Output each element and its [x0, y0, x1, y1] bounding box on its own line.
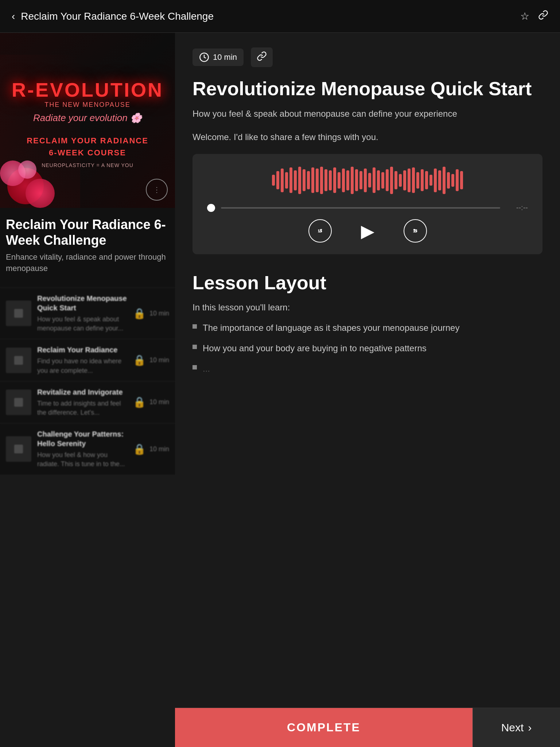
- duration-badge: 10 min: [192, 49, 244, 66]
- lesson-thumb-3: [6, 390, 31, 415]
- bullet-square: [192, 345, 197, 349]
- play-button[interactable]: ▶: [361, 221, 374, 241]
- wave-bar: [333, 167, 336, 193]
- lock-icon-1: 🔒: [133, 307, 146, 320]
- wave-bar: [412, 167, 415, 193]
- wave-bar: [416, 172, 419, 189]
- share-link-icon[interactable]: [538, 10, 548, 23]
- wave-bar: [294, 170, 297, 190]
- audio-player: --:-- ↺ 15 ▶ ↻ 15: [192, 154, 542, 254]
- audio-progress[interactable]: --:--: [207, 204, 528, 212]
- list-item[interactable]: Revolutionize Menopause Quick Start How …: [0, 287, 175, 339]
- bullet-text-3: ...: [203, 362, 210, 375]
- lesson-desc-3: Time to add insights and feel the differ…: [37, 399, 127, 417]
- wave-bar: [276, 171, 279, 189]
- lesson-layout-intro: In this lesson you'll learn:: [192, 302, 542, 313]
- duration-text: 10 min: [213, 53, 237, 62]
- bullet-text-2: How you and your body are buying in to n…: [203, 342, 427, 355]
- wave-bar: [298, 167, 301, 194]
- bullet-item: The importance of language as it shapes …: [192, 321, 542, 334]
- wave-bar: [320, 167, 323, 194]
- badge-icon: ⋮: [146, 179, 168, 201]
- lesson-heading: Revolutionize Menopause Quick Start: [192, 77, 542, 100]
- wave-bar: [381, 172, 384, 189]
- bookmark-icon[interactable]: ☆: [520, 10, 529, 22]
- progress-thumb[interactable]: [207, 204, 215, 212]
- wave-bar: [373, 167, 376, 193]
- bullet-item: How you and your body are buying in to n…: [192, 342, 542, 355]
- wave-bar: [443, 167, 446, 194]
- meta-row: 10 min: [192, 47, 542, 67]
- audio-controls: ↺ 15 ▶ ↻ 15: [207, 219, 528, 243]
- lock-icon-3: 🔒: [133, 396, 146, 408]
- lesson-tagline: How you feel & speak about menopause can…: [192, 107, 542, 120]
- lesson-thumb-1: [6, 301, 31, 326]
- wave-bar: [429, 175, 432, 186]
- image-script: Radiate your evolution 🌸: [12, 112, 163, 124]
- wave-bar: [285, 172, 288, 189]
- lesson-content-1: Revolutionize Menopause Quick Start How …: [31, 294, 133, 333]
- svg-rect-0: [14, 309, 23, 318]
- lesson-desc-4: How you feel & how you radiate. This is …: [37, 450, 127, 469]
- progress-track[interactable]: [221, 207, 500, 209]
- lesson-content-2: Reclaim Your Radiance Find you have no i…: [31, 345, 133, 375]
- action-bar: COMPLETE Next ›: [175, 708, 560, 747]
- forward-button[interactable]: ↻ 15: [404, 219, 427, 243]
- image-course-label: RECLAIM YOUR RADIANCE6-WEEK COURSE: [12, 135, 163, 159]
- lesson-list: Revolutionize Menopause Quick Start How …: [0, 287, 175, 475]
- lesson-welcome: Welcome. I'd like to share a few things …: [192, 132, 542, 142]
- image-brand: R-EVOLUTION: [12, 80, 163, 100]
- wave-bar: [289, 167, 292, 193]
- lesson-content-3: Revitalize and Invigorate Time to add in…: [31, 387, 133, 417]
- right-panel: 10 min Revolutionize Menopause Quick Sta…: [175, 33, 560, 475]
- course-info: Reclaim Your Radiance 6-Week Challenge E…: [0, 208, 175, 283]
- course-subtitle: Enhance vitality, radiance and power thr…: [6, 252, 169, 274]
- bullet-square: [192, 365, 197, 369]
- forward-seconds: 15: [413, 229, 417, 233]
- lesson-desc-1: How you feel & speak about menopause can…: [37, 315, 127, 333]
- lesson-duration-3: 10 min: [147, 398, 169, 406]
- bullet-text-1: The importance of language as it shapes …: [203, 321, 459, 334]
- lesson-duration-2: 10 min: [147, 356, 169, 364]
- bullet-list: The importance of language as it shapes …: [192, 321, 542, 375]
- wave-bar: [447, 172, 450, 189]
- wave-bar: [311, 167, 314, 193]
- next-chevron-icon: ›: [528, 721, 532, 734]
- link-badge[interactable]: [251, 47, 273, 67]
- clock-icon: [199, 52, 209, 62]
- wave-bar: [403, 170, 406, 190]
- lock-icon-2: 🔒: [133, 354, 146, 366]
- back-button[interactable]: ‹: [12, 11, 15, 22]
- wave-bar: [303, 169, 306, 191]
- lesson-duration-1: 10 min: [147, 310, 169, 317]
- wave-bar: [451, 174, 454, 187]
- wave-bar: [355, 169, 358, 191]
- svg-rect-3: [14, 445, 23, 453]
- lesson-title-3: Revitalize and Invigorate: [37, 387, 127, 397]
- list-item[interactable]: Revitalize and Invigorate Time to add in…: [0, 381, 175, 423]
- wave-bar: [364, 169, 367, 192]
- course-image: R-EVOLUTION THE NEW MENOPAUSE Radiate yo…: [0, 33, 175, 208]
- list-item[interactable]: Reclaim Your Radiance Find you have no i…: [0, 339, 175, 381]
- wave-bar: [399, 174, 402, 187]
- image-neuro: NEUROPLASTICITY = A NEW YOU: [12, 162, 163, 168]
- svg-rect-1: [14, 356, 23, 365]
- wave-bar: [408, 169, 411, 192]
- wave-bar: [272, 175, 275, 186]
- waveform: [207, 166, 528, 195]
- wave-bar: [460, 171, 463, 189]
- wave-bar: [394, 171, 397, 189]
- list-item[interactable]: Challenge Your Patterns: Hello Serenity …: [0, 423, 175, 475]
- course-title: Reclaim Your Radiance 6-Week Challenge: [6, 217, 169, 248]
- complete-button[interactable]: COMPLETE: [175, 708, 472, 747]
- rewind-button[interactable]: ↺ 15: [308, 219, 332, 243]
- bullet-square: [192, 324, 197, 329]
- main-container: R-EVOLUTION THE NEW MENOPAUSE Radiate yo…: [0, 33, 560, 475]
- wave-bar: [324, 169, 327, 191]
- svg-rect-2: [14, 398, 23, 407]
- wave-bar: [316, 169, 319, 192]
- lesson-thumb-4: [6, 436, 31, 462]
- wave-bar: [434, 169, 437, 192]
- lesson-title-4: Challenge Your Patterns: Hello Serenity: [37, 429, 127, 448]
- next-button[interactable]: Next ›: [472, 708, 560, 747]
